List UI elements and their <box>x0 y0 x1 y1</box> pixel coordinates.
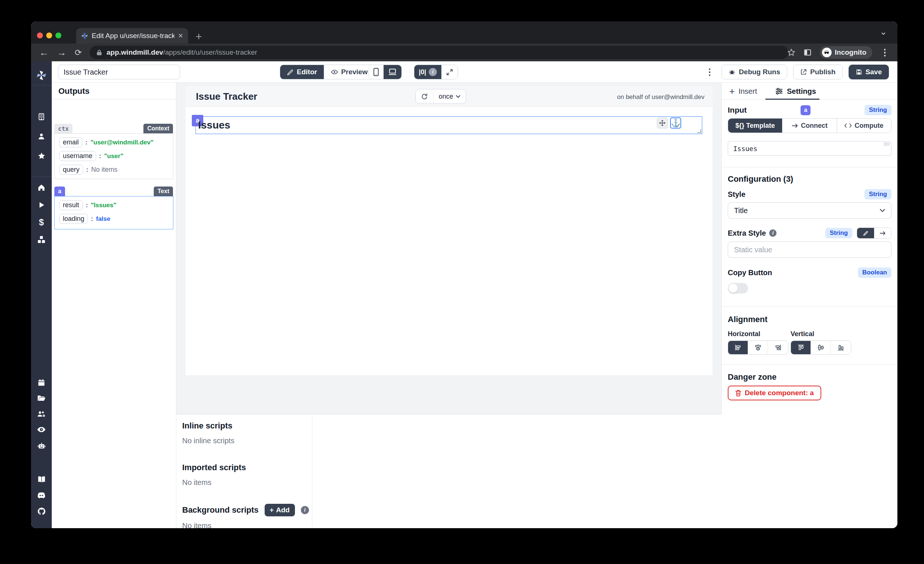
extra-style-input[interactable] <box>728 242 891 258</box>
connect-kind-button[interactable]: Connect <box>783 118 837 133</box>
output-key[interactable]: loading <box>59 214 88 224</box>
sidebar-item-workspace[interactable] <box>31 109 52 124</box>
chevron-down-icon <box>456 95 460 98</box>
output-key[interactable]: query <box>59 165 83 175</box>
address-bar[interactable]: app.windmill.dev/apps/edit/u/user/issue-… <box>90 46 788 59</box>
imported-scripts-title: Imported scripts <box>182 463 312 473</box>
vertical-label: Vertical <box>790 330 814 338</box>
output-row: result : "Issues" <box>59 200 173 210</box>
component-a-object-box[interactable]: result : "Issues" loading : false <box>54 196 173 229</box>
align-center-h-button[interactable] <box>748 341 768 354</box>
sidebar-item-docs[interactable] <box>31 472 52 487</box>
tab-search-chevron-icon[interactable]: ⌄ <box>880 27 887 37</box>
save-button[interactable]: Save <box>849 64 889 79</box>
template-editor[interactable]: Issues <box>728 141 891 156</box>
style-select[interactable]: Title <box>728 202 891 218</box>
tab-insert[interactable]: + Insert <box>729 83 757 100</box>
reload-icon[interactable]: ⟳ <box>75 48 82 58</box>
static-dynamic-toggle <box>857 227 891 239</box>
align-middle-v-button[interactable] <box>811 341 831 354</box>
browser-tab[interactable]: Edit App u/user/issue-tracker | × <box>76 28 188 43</box>
preview-mode-button[interactable]: Preview <box>324 65 374 79</box>
bookmark-star-icon[interactable] <box>787 48 795 57</box>
sidebar-item-schedules[interactable] <box>31 375 52 390</box>
output-key[interactable]: username <box>59 151 96 161</box>
tab-settings[interactable]: Settings <box>775 83 816 100</box>
delete-component-button[interactable]: Delete component: a <box>728 386 821 400</box>
sidebar-item-folders[interactable] <box>31 391 52 405</box>
more-options-icon[interactable]: ⋮ <box>705 67 714 77</box>
ctx-object-box[interactable]: email : "user@windmill.dev" username : "… <box>54 133 173 179</box>
sidebar-item-audit[interactable] <box>31 422 52 437</box>
forward-icon[interactable]: → <box>57 47 66 58</box>
desktop-view-button[interactable] <box>384 65 401 79</box>
tab-close-icon[interactable]: × <box>178 32 183 40</box>
refresh-button[interactable] <box>416 90 434 103</box>
github-icon <box>38 507 46 516</box>
output-key[interactable]: result <box>59 200 83 210</box>
sidebar-item-home[interactable] <box>31 180 52 195</box>
align-top-button[interactable] <box>791 341 811 354</box>
external-link-icon <box>800 69 807 75</box>
sidebar-item-runs[interactable] <box>31 197 52 212</box>
mac-zoom-button[interactable] <box>56 33 62 39</box>
ctx-tab[interactable]: ctx <box>54 124 72 133</box>
move-handle[interactable] <box>657 117 668 129</box>
align-left-button[interactable] <box>728 341 748 354</box>
home-icon <box>38 184 45 192</box>
copy-button-toggle[interactable] <box>728 283 748 294</box>
align-bottom-button[interactable] <box>831 341 851 354</box>
editor-mode-button[interactable]: Editor <box>280 65 324 79</box>
fullscreen-button[interactable] <box>442 65 458 79</box>
browser-menu-icon[interactable]: ⋮ <box>880 47 889 58</box>
toggle-outputs-button[interactable]: |0| i <box>414 65 442 79</box>
input-header-row: Input a String <box>728 105 891 115</box>
compute-kind-button[interactable]: Compute <box>837 118 891 133</box>
move-icon <box>659 120 666 126</box>
mobile-view-button[interactable] <box>369 65 384 79</box>
mode-switcher: Editor Preview <box>280 64 375 79</box>
output-row: loading : false <box>59 214 173 224</box>
app-name-input[interactable] <box>58 64 180 79</box>
back-icon[interactable]: ← <box>39 47 49 58</box>
side-panel-icon[interactable] <box>804 48 812 57</box>
sidebar-item-resources[interactable] <box>31 232 52 247</box>
settings-panel: + Insert Settings Input a String ${} Tem… <box>722 83 897 528</box>
align-bottom-icon <box>837 344 844 351</box>
style-field-row: Style String <box>728 189 891 199</box>
sidebar-item-github[interactable] <box>31 504 52 519</box>
pencil-icon <box>287 69 294 76</box>
publish-button[interactable]: Publish <box>793 64 843 79</box>
tab-title: Edit App u/user/issue-tracker | <box>92 32 174 40</box>
resize-handle[interactable] <box>698 129 701 133</box>
save-icon <box>856 69 862 75</box>
plus-icon: + <box>270 506 274 514</box>
windmill-logo[interactable] <box>31 68 52 83</box>
outputs-title: Outputs <box>58 87 90 96</box>
debug-runs-button[interactable]: Debug Runs <box>722 64 787 79</box>
add-background-script-button[interactable]: +Add <box>265 504 295 516</box>
component-a-tab[interactable]: a <box>54 187 65 196</box>
static-edit-button[interactable] <box>857 228 874 238</box>
sidebar-item-variables[interactable]: $ <box>31 215 52 230</box>
output-key[interactable]: email <box>59 138 82 147</box>
new-tab-button[interactable]: + <box>195 30 202 43</box>
app-canvas[interactable]: Issue Tracker once on behalf of user@win… <box>176 83 722 528</box>
connect-arrow-button[interactable] <box>874 228 891 238</box>
sidebar-item-user[interactable] <box>31 129 52 144</box>
mac-minimize-button[interactable] <box>46 33 52 39</box>
template-kind-button[interactable]: ${} Template <box>728 118 783 133</box>
anchor-button[interactable]: ⚓ <box>670 117 681 129</box>
output-value: false <box>96 215 111 223</box>
trash-icon <box>735 390 741 397</box>
sidebar-item-workers[interactable] <box>31 438 52 453</box>
inline-scripts-empty: No inline scripts <box>182 437 312 445</box>
output-value: "Issues" <box>91 202 116 209</box>
align-right-button[interactable] <box>768 341 788 354</box>
sidebar-item-favorites[interactable] <box>31 148 52 163</box>
mac-close-button[interactable] <box>37 33 43 39</box>
sidebar-item-discord[interactable] <box>31 488 52 503</box>
refresh-mode-dropdown[interactable]: once <box>434 90 466 103</box>
sidebar-item-groups[interactable] <box>31 407 52 422</box>
text-component-a[interactable]: a Issues ⚓ <box>195 116 702 134</box>
